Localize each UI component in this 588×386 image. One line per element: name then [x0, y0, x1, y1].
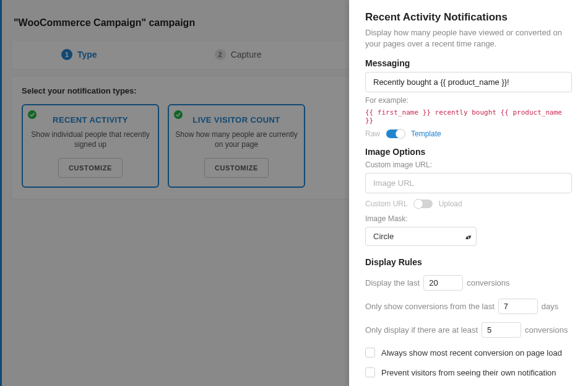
check-always-show-recent[interactable]: Always show most recent conversion on pa… [365, 348, 572, 357]
template-label: Template [411, 129, 441, 138]
image-source-toggle-row: Custom URL Upload [365, 200, 572, 208]
image-mask-select[interactable]: Circle [365, 227, 477, 246]
min-conversions-input[interactable] [482, 322, 521, 338]
image-url-input[interactable] [365, 173, 572, 193]
messaging-input[interactable] [365, 72, 572, 92]
raw-label: Raw [365, 129, 380, 138]
image-url-label: Custom image URL: [365, 160, 572, 169]
example-code: {{ first_name }} recently bought {{ prod… [365, 108, 572, 125]
checkbox[interactable] [365, 348, 375, 357]
messaging-mode-toggle-row: Raw Template [365, 129, 572, 138]
example-label: For example: [365, 96, 572, 105]
image-mask-label: Image Mask: [365, 214, 572, 223]
rule-min-conversions: Only display if there are at least conve… [365, 322, 572, 338]
rule-display-last: Display the last conversions [365, 275, 572, 291]
rule-conversions-from-last: Only show conversions from the last days [365, 299, 572, 314]
checkbox-label: Always show most recent conversion on pa… [381, 348, 562, 357]
from-last-days-input[interactable] [498, 299, 538, 314]
panel-description: Display how many people have viewed or c… [365, 27, 572, 50]
custom-url-label: Custom URL [365, 200, 408, 208]
checkbox-label: Prevent visitors from seeing their own n… [381, 368, 556, 377]
upload-label: Upload [439, 200, 462, 208]
messaging-heading: Messaging [365, 58, 572, 68]
image-options-heading: Image Options [365, 147, 572, 157]
display-last-input[interactable] [423, 275, 463, 291]
display-rules-heading: Display Rules [365, 257, 572, 267]
check-prevent-own-notification[interactable]: Prevent visitors from seeing their own n… [365, 367, 572, 377]
checkbox[interactable] [365, 367, 375, 377]
side-panel: Recent Activity Notifications Display ho… [349, 0, 588, 386]
panel-title: Recent Activity Notifications [365, 11, 572, 24]
messaging-mode-toggle[interactable] [386, 129, 405, 138]
image-source-toggle[interactable] [414, 200, 433, 208]
